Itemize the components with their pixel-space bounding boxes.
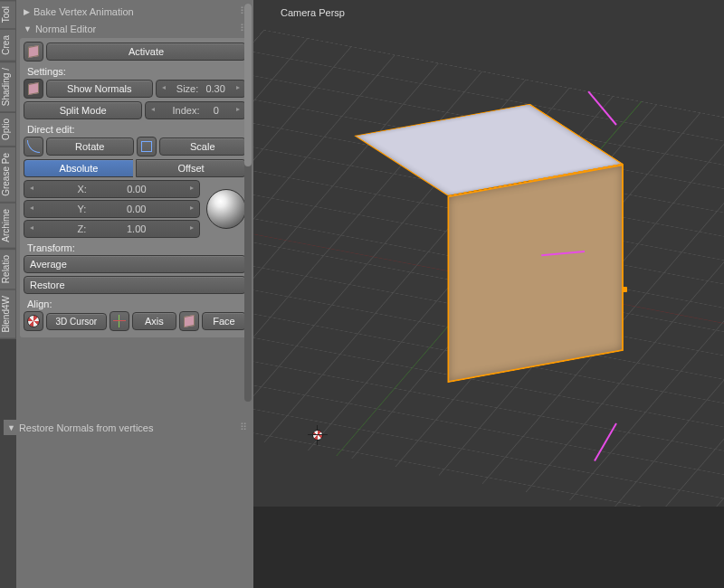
align-label: Align: xyxy=(24,297,246,311)
operator-panel: ▼ Restore Normals from vertices ⠿ xyxy=(0,416,253,439)
vertex-icon xyxy=(622,287,627,292)
vtab[interactable]: Grease Pe xyxy=(0,147,16,203)
normal-panel-header[interactable]: ▼ Normal Editor ⠿ xyxy=(20,21,250,36)
index-field[interactable]: Index: 0 xyxy=(145,101,246,119)
cube-icon[interactable] xyxy=(24,79,43,99)
size-field[interactable]: Size: 0.30 xyxy=(156,80,246,98)
scale-button[interactable]: Scale xyxy=(159,138,247,156)
bake-panel: ▶ Bake Vertex Animation ⠿ xyxy=(20,4,250,19)
panel-scrollbar[interactable] xyxy=(244,4,252,402)
align-3dcursor-button[interactable]: 3D Cursor xyxy=(46,313,107,330)
panel-title: Restore Normals from vertices xyxy=(19,422,154,433)
absolute-toggle[interactable]: Absolute xyxy=(24,159,133,177)
z-field[interactable]: Z:1.00 xyxy=(24,220,200,238)
vtab[interactable]: Optio xyxy=(0,112,16,147)
average-button[interactable]: Average xyxy=(24,255,246,273)
restore-button[interactable]: Restore xyxy=(24,276,246,294)
vtab[interactable]: Relatio xyxy=(0,249,16,289)
transform-label: Transform: xyxy=(24,241,246,255)
face-icon[interactable] xyxy=(179,311,199,331)
toolshelf-tabs: Tool Crea Shading / Optio Grease Pe Arch… xyxy=(0,0,16,416)
bake-panel-header[interactable]: ▶ Bake Vertex Animation ⠿ xyxy=(20,4,250,19)
align-face-button[interactable]: Face xyxy=(202,312,246,330)
rotate-icon[interactable] xyxy=(24,137,43,156)
panel-title: Bake Vertex Animation xyxy=(33,6,134,17)
cube-icon[interactable] xyxy=(24,42,43,62)
split-mode-button[interactable]: Split Mode xyxy=(24,101,142,119)
direct-edit-label: Direct edit: xyxy=(24,122,246,137)
y-field[interactable]: Y:0.00 xyxy=(24,200,200,218)
x-field[interactable]: X:0.00 xyxy=(24,180,200,198)
chevron-right-icon: ▶ xyxy=(24,7,30,16)
tool-panel: ▶ Bake Vertex Animation ⠿ ▼ Normal Edito… xyxy=(16,0,253,588)
align-axis-button[interactable]: Axis xyxy=(132,312,176,330)
grip-icon: ⠿ xyxy=(240,422,246,433)
normal-editor-panel: ▼ Normal Editor ⠿ Activate Settings: Sho… xyxy=(20,21,250,337)
chevron-down-icon: ▼ xyxy=(24,24,32,33)
panel-title: Normal Editor xyxy=(35,24,96,34)
settings-label: Settings: xyxy=(24,64,246,79)
axis-icon[interactable] xyxy=(110,311,129,331)
cursor3d-icon[interactable] xyxy=(24,311,43,331)
rotate-button[interactable]: Rotate xyxy=(46,138,134,156)
scale-icon[interactable] xyxy=(137,137,157,156)
vtab[interactable]: Blend4W xyxy=(0,289,16,339)
offset-toggle[interactable]: Offset xyxy=(136,159,246,177)
viewport-header-region[interactable] xyxy=(253,507,724,588)
chevron-down-icon: ▼ xyxy=(7,423,15,432)
restore-normals-header[interactable]: ▼ Restore Normals from vertices ⠿ xyxy=(4,420,250,435)
vtab[interactable]: Tool xyxy=(0,0,16,29)
vtab[interactable]: Archime xyxy=(0,203,16,249)
normal-sphere-widget[interactable] xyxy=(206,189,246,229)
viewport-label: Camera Persp xyxy=(281,7,345,18)
show-normals-button[interactable]: Show Normals xyxy=(46,80,153,98)
activate-button[interactable]: Activate xyxy=(46,43,246,61)
vtab[interactable]: Crea xyxy=(0,29,16,62)
cursor3d-viewport-icon xyxy=(308,425,328,445)
vtab[interactable]: Shading / xyxy=(0,62,16,112)
viewport-3d[interactable]: Camera Persp xyxy=(253,0,724,507)
mesh-cube xyxy=(401,134,576,353)
